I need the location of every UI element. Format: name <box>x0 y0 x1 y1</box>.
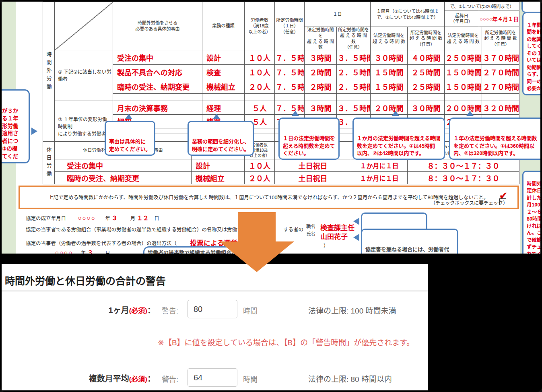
subheader-year-legal: 法定労働時間を 超 え る 時 間 数 <box>445 27 482 50</box>
bubble-tail-icon <box>466 111 474 116</box>
title-divider <box>2 291 428 291</box>
cell-m2: ２５時間 <box>408 79 445 94</box>
hint-bubble-month-limit: １か月の法定労働時間を超える時間 数を定めてください。①は45時間 以内、②は4… <box>352 118 445 160</box>
shokumei-label: 職名 <box>306 223 315 229</box>
union-line: 協定の当事者である労働組合（事業場の労働者の過半数で組織する労働組合）の名称又は… <box>26 225 242 233</box>
year-placeholder: ○○○○ <box>78 215 96 221</box>
agreement-date-line-2: ○○○○ 年 ３ 月 <box>55 248 110 254</box>
hint-text: １年間の 間を計算 の起算日 してくだ その１年 いては協 効期間に らず、起 … <box>527 23 540 92</box>
left-margin-note-bubble: が３か る１年 形労働 適用さ 者につ ②の欄 てくだ <box>2 89 30 163</box>
legal-limit-label: 法律の上限: 80 時間以内 <box>308 373 392 384</box>
overtime-section-label: 時間外労働 <box>43 2 55 141</box>
cell-y1: ２００時間 <box>445 101 482 115</box>
bubble-tail-icon <box>31 128 37 135</box>
diagonal-header-cell <box>55 2 113 50</box>
cell-reason: 臨時の受注、納期変更 <box>113 79 202 94</box>
bubble-tail-icon <box>125 114 132 119</box>
cell-m1: １５時間 <box>371 79 408 94</box>
close-paren: ） <box>324 241 329 249</box>
subheader-month-sched: 所定労働時間を 超 え る 時 間 数 （任意） <box>408 27 445 50</box>
field-label: 1ヶ月 <box>109 306 129 315</box>
hint-text: １日の法定労働時間を 超える時間数を定めて ください。 <box>283 135 335 156</box>
cell-work: 設計 <box>192 159 245 172</box>
subheader-day-legal: 法定労働時間を 超 え る 時 間 数 <box>305 27 337 50</box>
compliance-highlight-box: 上記で定める時間数にかかわらず、時間外労働及び休日労働を合算した時間数は、１箇月… <box>19 186 519 209</box>
panel-title: 時間外労働と休日労働の合計の警告 <box>5 273 166 287</box>
cell-work: 機械組立 <box>192 172 245 184</box>
unit-label: 時間 <box>243 373 258 384</box>
cell-workers: １０人 <box>245 159 275 172</box>
hint-text: １か月の法定労働時間を超える時間 数を定めてください。①は45時間 以内、②は4… <box>357 135 441 156</box>
day-char: 日 <box>154 216 159 221</box>
month-value: ３ <box>87 249 93 254</box>
agreement-date-line: 協定の成立年月日 ○○○○ 年 ３ 月 １２ 日 <box>26 213 159 222</box>
group-label-1: ① 下記②に該当しない労働者 <box>55 50 113 101</box>
cell-d2: ３．５時間 <box>337 50 371 65</box>
hint-text: １年の法定労働時間を超える時間数 を定めてください。①は360時間以 内、②は3… <box>453 135 537 156</box>
header-workers: 労働者数 （満18歳 以上の者） <box>245 2 275 50</box>
header-work-type: 業務の種類 <box>202 2 245 50</box>
cell-reason: 受注の集中 <box>113 50 202 65</box>
agreement-date-label: 協定の成立年月日 <box>26 216 66 221</box>
month-char: 月 <box>105 250 110 254</box>
hint-bubble-reason: 事由は具体的に 定めてください。 <box>105 121 155 156</box>
bubble-tail-icon <box>392 111 399 116</box>
cell-work: 設計 <box>202 50 245 65</box>
warn-label: 警告: <box>162 373 178 384</box>
legal-limit-label: 法律の上限: 100 時間未満 <box>308 305 396 316</box>
header-per-year: で、②については320時間まで） 起算日 （年月日） ○○○○年４月１日 <box>445 2 519 27</box>
signature-note-bubble: 協定書を兼ねる場合には、労働者代 表の署名又は記名・押印が必要です。 <box>361 229 458 254</box>
cell-time: ８：３０～１７：３０ <box>408 159 519 172</box>
day-value: １２ <box>137 215 149 221</box>
cell-m1: １５時間 <box>371 65 408 79</box>
cell-y2: ２７０時間 <box>482 79 519 94</box>
cell-shotei: ７．５時間 <box>275 79 305 94</box>
cell-shotei: ７．５時間 <box>275 101 305 115</box>
colon: ： <box>147 306 155 315</box>
cell-rest: 土日祝日 <box>275 159 351 172</box>
top-right-partial-bubble <box>521 2 540 13</box>
cell-days: １か月に１日 <box>351 172 408 184</box>
cell-days: １か月に１日 <box>351 159 408 172</box>
cell-y1: １５０時間 <box>445 65 482 79</box>
cell-d2: ２．５時間 <box>337 79 371 94</box>
multi-month-label: 複数月平均(必須)： <box>2 372 155 384</box>
shimei-label: 氏名 <box>306 230 315 237</box>
cell-d1: ２時間 <box>305 79 337 94</box>
hint-text: 時間外労 定休日労 計した時 月100時 ２～６か 80時間以 ければい ん。こ… <box>527 181 540 254</box>
bubble-tail-icon <box>353 218 359 225</box>
cell-workers: ２０人 <box>245 172 275 184</box>
header-year-limit: で、②については320時間まで） <box>445 2 519 10</box>
header-per-month: １箇月（①については45時間ま で、②については42時間まで） <box>371 2 445 27</box>
required-badge: (必須) <box>129 307 147 315</box>
holiday-section-label: 休日労働 <box>43 141 55 184</box>
representative-name: 山田花子 <box>320 231 348 241</box>
hint-text: が３か る１年 形労働 適用さ 者につ ②の欄 てくだ <box>2 108 19 159</box>
hint-text: 協定書を兼ねる場合には、労働者代 表の署名又は記名・押印が必要です。 <box>365 246 454 254</box>
header-kisanbi: 起算日 （年月日） <box>445 10 479 27</box>
cell-reason: 臨時の受注、納期変更 <box>55 172 192 184</box>
cell-d1: ３時間 <box>305 50 337 65</box>
field-label: 複数月平均 <box>89 374 129 383</box>
cell-time: ８：３０～１７：３０ <box>408 172 519 184</box>
hint-text: 業務の範囲を細分化し、 明確に定めてください。 <box>192 138 249 152</box>
cell-rest: 土日祝日 <box>275 172 351 184</box>
cell-reason: 製品不具合への対応 <box>113 65 202 79</box>
cell-d2: ３．５時間 <box>337 101 371 115</box>
bubble-tail-icon <box>353 234 359 241</box>
compliance-text: 上記で定める時間数にかかわらず、時間外労働及び休日労働を合算した時間数は、１箇月… <box>48 193 491 201</box>
multi-month-warning-input[interactable] <box>188 368 237 387</box>
bubble-tail-icon <box>292 111 299 116</box>
subheader-year-sched: 所定労働時間を 超 え る 時 間 数 （任意） <box>482 27 519 50</box>
cell-y2: ２７０時間 <box>482 65 519 79</box>
checkbox-note: （チェックボックスに要チェック） <box>431 199 508 206</box>
red-check-icon: ✔ <box>499 190 508 202</box>
down-arrow-icon <box>238 212 276 242</box>
monthly-warning-input[interactable] <box>188 300 237 318</box>
kisanbi-date-value: ○○○○年４月１日 <box>479 10 519 27</box>
cell-workers: １０人 <box>245 50 275 65</box>
cell-y1: １５０時間 <box>445 79 482 94</box>
cell-work: 機械組立 <box>202 79 245 94</box>
subheader-month-legal: 法定労働時間を 超 え る 時 間 数 <box>371 27 408 50</box>
year-char: 年 <box>81 250 86 254</box>
